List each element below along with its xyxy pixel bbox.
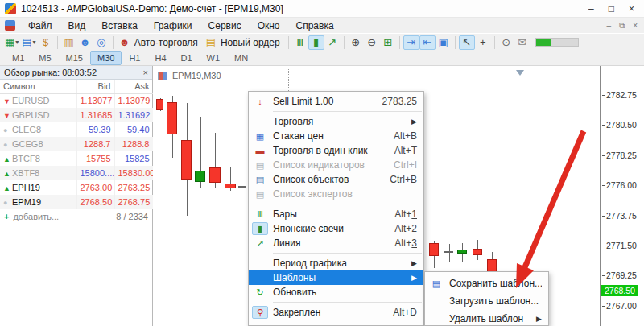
menu-item-depth-of-market[interactable]: ▦Стакан ценAlt+B <box>249 129 423 143</box>
menu-сервис[interactable]: Сервис <box>200 19 250 33</box>
dom-icon: ▦ <box>252 130 268 142</box>
autotrade-label[interactable]: Авто-торговля <box>134 37 198 48</box>
market-row-BTCF8[interactable]: ▲BTCF81575515825 <box>0 151 153 166</box>
market-row-CLEG8[interactable]: ●CLEG859.3959.40 <box>0 122 153 137</box>
chart-shift-marker[interactable] <box>516 70 524 76</box>
menu-вид[interactable]: Вид <box>60 19 94 33</box>
menu-item-label: Удалить шаблон <box>449 313 530 324</box>
menu-item-load-template[interactable]: Загрузить шаблон... <box>425 292 548 310</box>
market-row-EPM19[interactable]: ●EPM192768.502768.75 <box>0 195 153 209</box>
menu-файл[interactable]: Файл <box>20 19 60 33</box>
timeframe-mn[interactable]: MN <box>227 51 255 65</box>
menu-item-refresh[interactable]: ↻Обновить <box>249 285 423 299</box>
dropdown-arrow-icon[interactable]: ▾ <box>15 39 19 46</box>
timeframe-w1[interactable]: W1 <box>200 51 228 65</box>
add-symbol-link[interactable]: добавить... <box>13 212 59 221</box>
menu-item-docked[interactable]: ⚲ЗакрепленAlt+D <box>249 305 423 320</box>
chart-shift-icon: ⇤ <box>423 36 431 48</box>
candle <box>429 241 439 268</box>
zoom-out-icon[interactable]: ⊖ <box>364 35 380 50</box>
signals-icon[interactable]: ◎ <box>93 35 109 50</box>
axis-price-label: 2782.75 <box>602 90 637 100</box>
market-row-GCEG8[interactable]: ●GCEG81288.71288.8 <box>0 137 153 151</box>
market-watch-title: Обзор рынка: 08:03:52 <box>4 68 97 77</box>
minimize-button[interactable]: – <box>588 3 594 14</box>
menu-item-line-chart[interactable]: ↗ЛинияAlt+3 <box>249 236 423 250</box>
new-order-icon[interactable]: ▤ <box>203 35 219 50</box>
child-restore-button[interactable]: ⧉ <box>619 21 625 31</box>
timeframe-m15[interactable]: M15 <box>59 51 90 65</box>
chat-icon[interactable]: ✉ <box>514 35 530 50</box>
line-chart-icon[interactable]: ↗ <box>324 35 341 50</box>
toolbar-separator <box>113 36 114 49</box>
maximize-button[interactable]: □ <box>609 3 614 14</box>
chart-shift-icon[interactable]: ⇤ <box>419 35 436 50</box>
chart-corner: EPM19,M30 <box>158 71 221 80</box>
app-icon <box>5 3 16 14</box>
zoom-in-icon[interactable]: ⊕ <box>348 35 364 50</box>
autotrade-icon[interactable]: ☻ <box>117 35 133 50</box>
menu-справка[interactable]: Справка <box>288 19 342 33</box>
line-icon: ↗ <box>252 237 268 250</box>
menu-item-objects-list[interactable]: ▤Список объектовCtrl+B <box>249 172 423 187</box>
timeframe-m30[interactable]: M30 <box>90 51 122 65</box>
timeframe-h4[interactable]: H4 <box>147 51 173 65</box>
axis-price-label: 2767.00 <box>602 301 637 311</box>
menu-item-indicators-list[interactable]: ▤Список индикаторовCtrl+I <box>249 158 423 172</box>
templates-icon[interactable]: ▣ <box>436 35 452 50</box>
deposit-icon[interactable]: ▥ <box>61 35 77 50</box>
timeframe-d1[interactable]: D1 <box>174 51 200 65</box>
menu-item-trade[interactable]: Торговля▶ <box>249 114 423 129</box>
candles-icon: ▮ <box>252 222 268 235</box>
bar-chart-icon[interactable]: Ⅲ <box>292 35 308 50</box>
cursor-icon[interactable]: ↖ <box>459 35 475 50</box>
market-watch-close-icon[interactable]: × <box>143 68 148 77</box>
menu-вставка[interactable]: Вставка <box>93 19 146 33</box>
menu-item-label: Стакан цен <box>273 130 387 142</box>
column-header-символ[interactable]: Символ <box>0 80 76 93</box>
market-row-GBPUSD[interactable]: ▼GBPUSD1.316851.31692 <box>0 108 153 122</box>
menu-item-chart-period[interactable]: Период графика▶ <box>249 256 423 270</box>
profiles-icon[interactable]: ▤▾ <box>20 35 37 50</box>
tile-windows-icon[interactable]: ⊞ <box>380 35 396 50</box>
dropdown-arrow-icon[interactable]: ▾ <box>33 39 36 46</box>
timeframe-h1[interactable]: H1 <box>122 51 147 65</box>
menu-item-save-template[interactable]: ▤Сохранить шаблон... <box>425 274 548 292</box>
menu-item-templates[interactable]: Шаблоны▶ <box>249 270 423 285</box>
symbol-label: EURUSD <box>12 96 49 105</box>
market-row-EURUSD[interactable]: ▼EURUSD1.130771.13079 <box>0 93 153 108</box>
menu-item-candlesticks[interactable]: ▮Японские свечиAlt+2 <box>249 221 423 236</box>
flat-trend-icon: ● <box>3 126 12 134</box>
menu-окно[interactable]: Окно <box>250 19 288 33</box>
menu-bar: ФайлВидВставкаГрафикиСервисОкноСправка –… <box>0 18 644 33</box>
symbol-label: EPM19 <box>12 197 41 207</box>
menu-item-experts-list[interactable]: ▤Список экспертов <box>249 187 423 201</box>
menu-item-one-click-trading[interactable]: ▬Торговля в один кликAlt+T <box>249 143 423 158</box>
new-order-label[interactable]: Новый ордер <box>221 37 280 48</box>
market-row-XBTF8[interactable]: ▲XBTF815800....15830.00 <box>0 166 153 180</box>
autoscroll-icon[interactable]: ⇥ <box>403 35 419 50</box>
ask-value: 15830.00 <box>114 166 153 180</box>
axis-price-label: 2776.00 <box>602 180 637 190</box>
new-chart-icon[interactable]: ▦▾ <box>3 35 20 50</box>
menu-item-delete-template[interactable]: Удалить шаблон▶ <box>425 310 548 326</box>
column-header-bid[interactable]: Bid <box>76 80 114 93</box>
timeframe-m5[interactable]: M5 <box>31 51 58 65</box>
search-icon[interactable]: ⊙ <box>498 35 514 50</box>
column-header-ask[interactable]: Ask <box>114 80 153 93</box>
menu-item-sell-limit[interactable]: ↓Sell Limit 1.002783.25 <box>249 94 423 109</box>
tile-windows-mini-icon[interactable] <box>158 72 167 80</box>
close-button[interactable]: × <box>629 3 634 14</box>
child-close-button[interactable]: × <box>633 21 638 31</box>
symbols-icon[interactable]: $ <box>38 35 54 50</box>
chart-window-icon[interactable] <box>5 20 15 31</box>
community-icon[interactable]: ☻ <box>77 35 93 50</box>
menu-графики[interactable]: Графики <box>146 19 200 33</box>
market-row-EPH19[interactable]: ▲EPH192763.002763.25 <box>0 180 153 195</box>
experts-icon: ▤ <box>252 188 268 200</box>
crosshair-icon[interactable]: + <box>475 35 491 50</box>
candle-chart-icon[interactable]: ▮ <box>308 35 324 50</box>
menu-item-bars[interactable]: ⅢБарыAlt+1 <box>249 207 423 221</box>
child-minimize-button[interactable]: – <box>606 21 611 31</box>
timeframe-m1[interactable]: M1 <box>5 51 31 65</box>
